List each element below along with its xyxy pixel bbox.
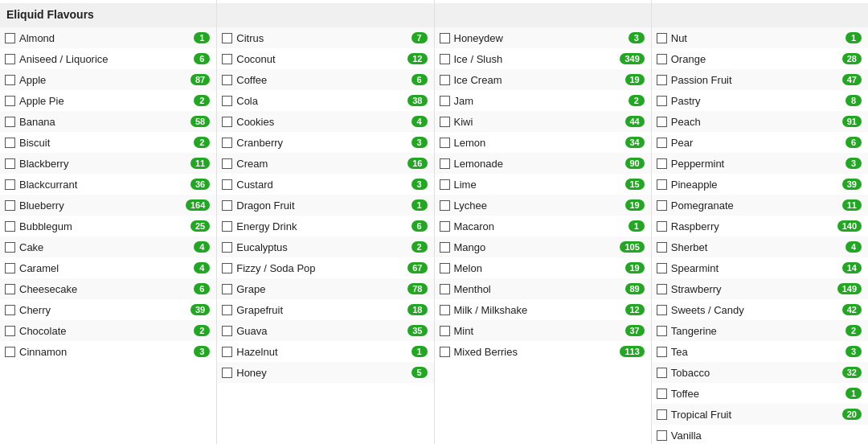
- list-item[interactable]: Blueberry164: [0, 195, 216, 216]
- checkbox-icon[interactable]: [5, 242, 15, 253]
- list-item[interactable]: Apple87: [0, 69, 216, 90]
- checkbox-icon[interactable]: [5, 75, 15, 85]
- list-item[interactable]: Coffee6: [217, 69, 433, 90]
- checkbox-icon[interactable]: [657, 409, 667, 420]
- checkbox-icon[interactable]: [5, 54, 15, 64]
- checkbox-icon[interactable]: [222, 368, 232, 378]
- list-item[interactable]: Cola38: [217, 90, 433, 111]
- list-item[interactable]: Energy Drink6: [217, 216, 433, 236]
- checkbox-icon[interactable]: [657, 158, 667, 169]
- checkbox-icon[interactable]: [657, 326, 667, 336]
- list-item[interactable]: Caramel4: [0, 257, 216, 278]
- list-item[interactable]: Citrus7: [217, 27, 433, 48]
- checkbox-icon[interactable]: [5, 305, 15, 315]
- list-item[interactable]: Blackcurrant36: [0, 174, 216, 195]
- list-item[interactable]: Fizzy / Soda Pop67: [217, 257, 433, 278]
- checkbox-icon[interactable]: [222, 242, 232, 253]
- checkbox-icon[interactable]: [5, 33, 15, 43]
- list-item[interactable]: Lychee19: [435, 195, 651, 216]
- checkbox-icon[interactable]: [5, 200, 15, 211]
- list-item[interactable]: Peach91: [652, 111, 868, 132]
- list-item[interactable]: Milk / Milkshake12: [435, 299, 651, 320]
- list-item[interactable]: Kiwi44: [435, 111, 651, 132]
- list-item[interactable]: Lemon34: [435, 132, 651, 153]
- list-item[interactable]: Tropical Fruit20: [652, 404, 868, 425]
- checkbox-icon[interactable]: [657, 54, 667, 64]
- list-item[interactable]: Macaron1: [435, 216, 651, 236]
- checkbox-icon[interactable]: [440, 242, 450, 253]
- checkbox-icon[interactable]: [440, 158, 450, 169]
- list-item[interactable]: Pastry8: [652, 90, 868, 111]
- list-item[interactable]: Ice / Slush349: [435, 48, 651, 69]
- checkbox-icon[interactable]: [222, 75, 232, 85]
- checkbox-icon[interactable]: [222, 326, 232, 336]
- checkbox-icon[interactable]: [440, 117, 450, 127]
- checkbox-icon[interactable]: [222, 54, 232, 64]
- checkbox-icon[interactable]: [440, 347, 450, 357]
- checkbox-icon[interactable]: [222, 33, 232, 43]
- checkbox-icon[interactable]: [657, 368, 667, 378]
- list-item[interactable]: Grapefruit18: [217, 299, 433, 320]
- checkbox-icon[interactable]: [222, 200, 232, 211]
- checkbox-icon[interactable]: [657, 75, 667, 85]
- checkbox-icon[interactable]: [440, 200, 450, 211]
- list-item[interactable]: Strawberry149: [652, 278, 868, 299]
- list-item[interactable]: Cake4: [0, 236, 216, 257]
- list-item[interactable]: Apple Pie2: [0, 90, 216, 111]
- checkbox-icon[interactable]: [657, 138, 667, 148]
- checkbox-icon[interactable]: [657, 179, 667, 190]
- list-item[interactable]: Biscuit2: [0, 132, 216, 153]
- checkbox-icon[interactable]: [657, 430, 667, 441]
- checkbox-icon[interactable]: [5, 221, 15, 232]
- checkbox-icon[interactable]: [222, 347, 232, 357]
- list-item[interactable]: Toffee1: [652, 383, 868, 404]
- list-item[interactable]: Tea3: [652, 341, 868, 362]
- list-item[interactable]: Eucalyptus2: [217, 236, 433, 257]
- checkbox-icon[interactable]: [5, 263, 15, 273]
- list-item[interactable]: Orange28: [652, 48, 868, 69]
- list-item[interactable]: Aniseed / Liquorice6: [0, 48, 216, 69]
- list-item[interactable]: Banana58: [0, 111, 216, 132]
- list-item[interactable]: Chocolate2: [0, 320, 216, 341]
- checkbox-icon[interactable]: [657, 284, 667, 294]
- list-item[interactable]: Sherbet4: [652, 236, 868, 257]
- list-item[interactable]: Spearmint14: [652, 257, 868, 278]
- list-item[interactable]: Lime15: [435, 174, 651, 195]
- list-item[interactable]: Tobacco32: [652, 362, 868, 383]
- checkbox-icon[interactable]: [222, 284, 232, 294]
- checkbox-icon[interactable]: [222, 96, 232, 106]
- checkbox-icon[interactable]: [440, 221, 450, 232]
- checkbox-icon[interactable]: [5, 284, 15, 294]
- checkbox-icon[interactable]: [657, 263, 667, 273]
- list-item[interactable]: Ice Cream19: [435, 69, 651, 90]
- checkbox-icon[interactable]: [440, 179, 450, 190]
- checkbox-icon[interactable]: [440, 75, 450, 85]
- list-item[interactable]: Cookies4: [217, 111, 433, 132]
- checkbox-icon[interactable]: [222, 305, 232, 315]
- list-item[interactable]: Pear6: [652, 132, 868, 153]
- list-item[interactable]: Grape78: [217, 278, 433, 299]
- checkbox-icon[interactable]: [440, 284, 450, 294]
- list-item[interactable]: Jam2: [435, 90, 651, 111]
- checkbox-icon[interactable]: [5, 347, 15, 357]
- list-item[interactable]: Tangerine2: [652, 320, 868, 341]
- list-item[interactable]: Menthol89: [435, 278, 651, 299]
- list-item[interactable]: Bubblegum25: [0, 216, 216, 236]
- checkbox-icon[interactable]: [657, 117, 667, 127]
- checkbox-icon[interactable]: [440, 54, 450, 64]
- checkbox-icon[interactable]: [222, 138, 232, 148]
- list-item[interactable]: Cinnamon3: [0, 341, 216, 362]
- list-item[interactable]: Pineapple39: [652, 174, 868, 195]
- checkbox-icon[interactable]: [5, 138, 15, 148]
- checkbox-icon[interactable]: [5, 326, 15, 336]
- list-item[interactable]: Nut1: [652, 27, 868, 48]
- list-item[interactable]: Sweets / Candy42: [652, 299, 868, 320]
- list-item[interactable]: Honey5: [217, 362, 433, 383]
- list-item[interactable]: Custard3: [217, 174, 433, 195]
- list-item[interactable]: Passion Fruit47: [652, 69, 868, 90]
- checkbox-icon[interactable]: [657, 96, 667, 106]
- list-item[interactable]: Cheesecake6: [0, 278, 216, 299]
- list-item[interactable]: Raspberry140: [652, 216, 868, 236]
- checkbox-icon[interactable]: [222, 221, 232, 232]
- list-item[interactable]: Vanilla: [652, 425, 868, 444]
